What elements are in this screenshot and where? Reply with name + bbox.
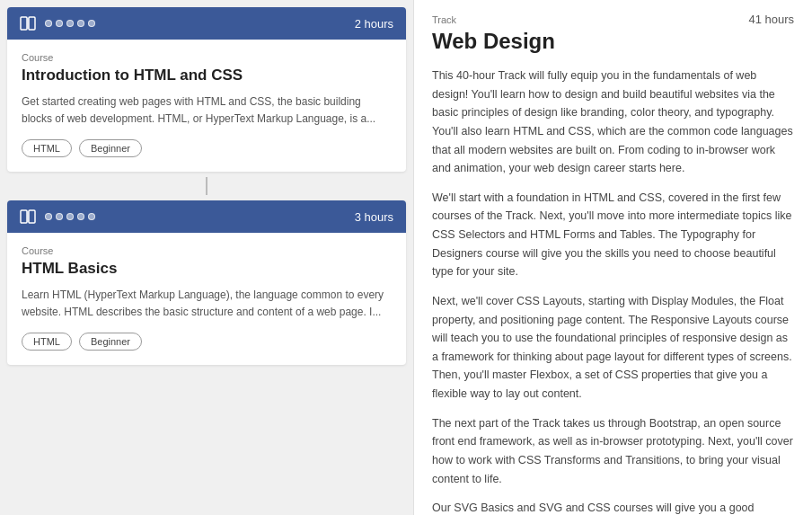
dot-4 (77, 20, 84, 27)
card-2-hours: 3 hours (355, 210, 393, 224)
connector-line (206, 177, 207, 195)
track-label: Track (432, 14, 555, 25)
card-1-body: Course Introduction to HTML and CSS Get … (7, 40, 406, 172)
dot-5 (88, 20, 95, 27)
book-icon-1 (20, 16, 36, 31)
track-description: This 40-hour Track will fully equip you … (432, 67, 794, 515)
card-1-tag-html[interactable]: HTML (22, 139, 72, 157)
card-2-title: HTML Basics (22, 260, 392, 278)
svg-rect-1 (29, 17, 35, 30)
dot-3 (66, 20, 74, 27)
track-para-5: Our SVG Basics and SVG and CSS courses w… (432, 499, 794, 515)
progress-dots-2 (45, 213, 95, 220)
track-para-1: This 40-hour Track will fully equip you … (432, 67, 794, 178)
track-para-4: The next part of the Track takes us thro… (432, 414, 794, 489)
dot-2 (56, 20, 63, 27)
progress-dots-1 (45, 20, 95, 27)
card-1-label: Course (22, 52, 392, 63)
card-1-tags: HTML Beginner (22, 139, 392, 157)
card-1-title: Introduction to HTML and CSS (22, 67, 392, 84)
card-header-left-1 (20, 16, 95, 31)
card-2-tag-html[interactable]: HTML (22, 333, 72, 351)
track-para-3: Next, we'll cover CSS Layouts, starting … (432, 292, 794, 404)
card-header-2: 3 hours (7, 200, 406, 233)
course-card-1[interactable]: 2 hours Course Introduction to HTML and … (7, 7, 406, 172)
card-header-left-2 (20, 209, 95, 224)
svg-rect-0 (21, 17, 27, 30)
dot-8 (66, 213, 74, 220)
svg-rect-3 (21, 210, 27, 223)
dot-10 (88, 213, 95, 220)
card-2-tags: HTML Beginner (22, 333, 392, 351)
track-title: Web Design (432, 29, 555, 54)
dot-6 (45, 213, 52, 220)
right-panel: Track Web Design 41 hours This 40-hour T… (413, 0, 812, 515)
track-para-2: We'll start with a foundation in HTML an… (432, 189, 794, 281)
dot-1 (45, 20, 52, 27)
left-panel: 2 hours Course Introduction to HTML and … (0, 0, 413, 515)
track-hours: 41 hours (748, 13, 794, 26)
dot-7 (56, 213, 63, 220)
card-1-desc: Get started creating web pages with HTML… (22, 93, 392, 127)
card-header-1: 2 hours (7, 7, 406, 40)
card-2-label: Course (22, 245, 392, 256)
connector (7, 172, 406, 200)
card-1-hours: 2 hours (355, 17, 393, 31)
card-1-tag-beginner[interactable]: Beginner (79, 139, 142, 157)
svg-rect-4 (29, 210, 35, 223)
card-2-body: Course HTML Basics Learn HTML (HyperText… (7, 233, 406, 365)
dot-9 (77, 213, 84, 220)
course-card-2[interactable]: 3 hours Course HTML Basics Learn HTML (H… (7, 200, 406, 365)
card-2-desc: Learn HTML (HyperText Markup Language), … (22, 287, 392, 320)
book-icon-2 (20, 209, 36, 224)
card-2-tag-beginner[interactable]: Beginner (79, 333, 142, 351)
